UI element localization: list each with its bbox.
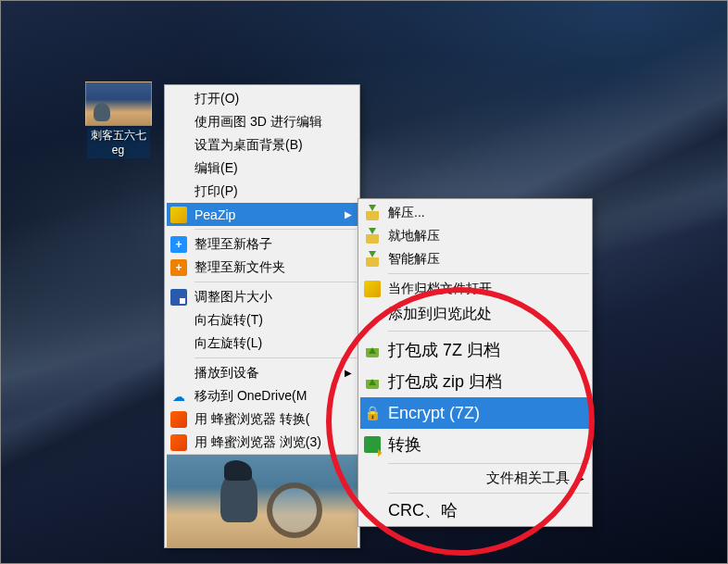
submenu-crc[interactable]: CRC、哈 — [360, 496, 590, 524]
menu-label: 打开(O) — [195, 91, 352, 107]
menu-label: 打印(P) — [195, 183, 352, 200]
menu-honey-browse[interactable]: 用 蜂蜜浏览器 浏览(3) — [167, 431, 358, 454]
magnifier-icon — [267, 483, 322, 538]
submenu-tools[interactable]: 文件相关工具 ▶ — [360, 467, 590, 490]
menu-label: Encrypt (7Z) — [388, 404, 584, 423]
browser-icon — [170, 434, 187, 451]
spacer-icon — [170, 91, 187, 107]
menu-label: 调整图片大小 — [195, 289, 352, 306]
context-menu-secondary: 解压... 就地解压 智能解压 当作归档文件打开 添加到归览此处 打包成 7Z … — [358, 198, 593, 527]
menu-tidy-grid[interactable]: + 整理至新格子 — [167, 232, 358, 256]
extract-icon — [364, 228, 381, 244]
menu-label: 向左旋转(L) — [195, 335, 352, 352]
submenu-arrow-icon: ▶ — [345, 209, 352, 219]
spacer-icon — [170, 183, 187, 200]
submenu-arrow-icon: ▶ — [577, 473, 584, 483]
add-archive-icon — [364, 342, 381, 358]
menu-label: 就地解压 — [388, 228, 584, 244]
spacer-icon — [170, 137, 187, 154]
menu-label: 添加到归览此处 — [388, 305, 584, 324]
extract-icon — [364, 205, 381, 221]
submenu-extract[interactable]: 解压... — [360, 201, 590, 224]
menu-label: 使用画图 3D 进行编辑 — [195, 114, 352, 131]
menu-label: 整理至新文件夹 — [195, 259, 352, 276]
menu-rotate-left[interactable]: 向左旋转(L) — [167, 332, 358, 355]
menu-label: PeaZip — [195, 207, 337, 222]
spacer-icon — [170, 114, 187, 131]
spacer-icon — [170, 365, 187, 382]
menu-separator — [388, 273, 589, 274]
add-archive-icon — [364, 373, 381, 390]
menu-label: 播放到设备 — [195, 365, 337, 382]
file-thumbnail — [85, 81, 152, 126]
submenu-pack-7z[interactable]: 打包成 7Z 归档 — [360, 334, 590, 366]
menu-separator — [388, 463, 589, 464]
spacer-icon — [364, 502, 381, 519]
lock-icon: 🔒 — [364, 405, 381, 421]
menu-set-wallpaper[interactable]: 设置为桌面背景(B) — [167, 133, 358, 157]
submenu-add-browse[interactable]: 添加到归览此处 — [360, 300, 590, 328]
menu-print[interactable]: 打印(P) — [167, 180, 358, 203]
menu-tidy-folder[interactable]: + 整理至新文件夹 — [167, 256, 358, 279]
peazip-icon — [170, 207, 187, 223]
submenu-arrow-icon: ▶ — [345, 368, 352, 378]
file-label: 刺客五六七 eg — [87, 128, 150, 158]
menu-label: 向右旋转(T) — [195, 312, 352, 329]
menu-cast[interactable]: 播放到设备 ▶ — [167, 361, 358, 384]
menu-resize[interactable]: 调整图片大小 — [167, 285, 358, 308]
menu-label: 移动到 OneDrive(M — [195, 388, 352, 405]
menu-edit-3d[interactable]: 使用画图 3D 进行编辑 — [167, 110, 358, 133]
menu-label: 整理至新格子 — [195, 236, 352, 253]
menu-edit[interactable]: 编辑(E) — [167, 157, 358, 180]
submenu-convert[interactable]: 转换 — [360, 429, 590, 460]
browser-icon — [170, 411, 187, 428]
cloud-icon: ☁ — [170, 388, 187, 405]
menu-label: CRC、哈 — [388, 499, 584, 521]
menu-separator — [388, 493, 589, 494]
spacer-icon — [170, 160, 187, 177]
desktop-file-icon[interactable]: 刺客五六七 eg — [79, 81, 157, 158]
plus-icon: + — [170, 259, 187, 276]
spacer-icon — [364, 470, 381, 487]
submenu-open-archive[interactable]: 当作归档文件打开 — [360, 277, 590, 300]
menu-onedrive[interactable]: ☁ 移动到 OneDrive(M — [167, 384, 358, 407]
menu-rotate-right[interactable]: 向右旋转(T) — [167, 308, 358, 332]
menu-label: 打包成 7Z 归档 — [388, 339, 584, 361]
menu-preview-image — [167, 454, 358, 547]
menu-label: 编辑(E) — [195, 160, 352, 177]
extract-icon — [364, 251, 381, 268]
context-menu-primary: 打开(O) 使用画图 3D 进行编辑 设置为桌面背景(B) 编辑(E) 打印(P… — [164, 84, 360, 548]
menu-honey-convert[interactable]: 用 蜂蜜浏览器 转换( — [167, 407, 358, 431]
menu-separator — [195, 229, 357, 230]
submenu-smart-extract[interactable]: 智能解压 — [360, 247, 590, 270]
menu-open[interactable]: 打开(O) — [167, 87, 358, 110]
menu-label: 打包成 zip 归档 — [388, 370, 584, 393]
spacer-icon — [364, 306, 381, 322]
submenu-pack-zip[interactable]: 打包成 zip 归档 — [360, 366, 590, 397]
submenu-extract-here[interactable]: 就地解压 — [360, 224, 590, 247]
menu-peazip[interactable]: PeaZip ▶ — [167, 203, 358, 226]
menu-label: 文件相关工具 — [388, 470, 570, 487]
plus-icon: + — [170, 236, 187, 253]
convert-icon — [364, 436, 381, 453]
resize-icon — [170, 289, 187, 306]
menu-label: 智能解压 — [388, 251, 584, 268]
menu-separator — [195, 357, 357, 358]
submenu-encrypt[interactable]: 🔒 Encrypt (7Z) — [360, 397, 590, 429]
spacer-icon — [170, 335, 187, 352]
menu-label: 解压... — [388, 205, 584, 221]
menu-label: 转换 — [388, 433, 584, 456]
archive-icon — [364, 281, 381, 297]
menu-label: 用 蜂蜜浏览器 转换( — [195, 411, 352, 428]
menu-separator — [195, 282, 357, 282]
menu-label: 用 蜂蜜浏览器 浏览(3) — [195, 434, 352, 451]
menu-label: 设置为桌面背景(B) — [195, 137, 352, 154]
spacer-icon — [170, 312, 187, 329]
menu-label: 当作归档文件打开 — [388, 281, 584, 297]
menu-separator — [388, 331, 589, 332]
